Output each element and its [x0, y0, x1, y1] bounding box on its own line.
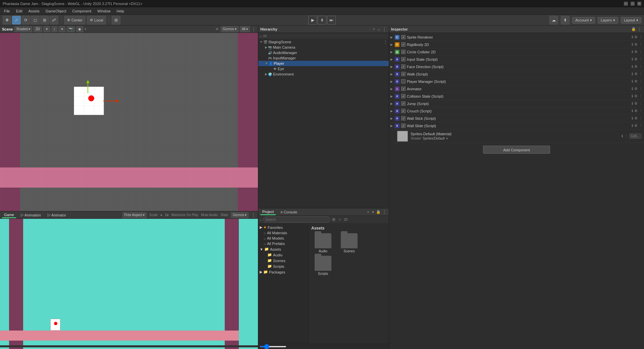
folder-audio[interactable]: Audio [311, 233, 335, 253]
sprite-renderer-settings-btn[interactable]: ⚙ [634, 35, 638, 39]
crouch-checkbox[interactable] [401, 109, 406, 113]
face-direction-info-btn[interactable]: ℹ [632, 64, 633, 69]
game-gizmos-btn[interactable]: Gizmos ▾ [231, 212, 249, 218]
face-direction-checkbox[interactable] [401, 64, 406, 69]
player-manager-settings-btn[interactable]: ⚙ [634, 79, 638, 84]
sprite-renderer-info-btn[interactable]: ℹ [632, 35, 633, 39]
wall-stick-settings-btn[interactable]: ⚙ [634, 116, 638, 120]
step-button[interactable]: ⏭ [327, 16, 336, 24]
wall-stick-info-btn[interactable]: ℹ [632, 116, 633, 120]
jump-checkbox[interactable] [401, 101, 406, 106]
hierarchy-main-camera[interactable]: ▶ 📷 Main Camera [258, 45, 389, 50]
comp-circle-collider2d[interactable]: ▶ ◎ Circle Collider 2D ℹ ⚙ ⋮ [389, 48, 644, 56]
shaded-dropdown[interactable]: Shaded ▾ [14, 26, 32, 32]
rect-tool[interactable]: ⊞ [40, 16, 49, 24]
asset-size-slider[interactable] [260, 346, 286, 347]
menu-assets[interactable]: Assets [26, 8, 42, 14]
maximize-play-btn[interactable]: Maximize On Play [171, 213, 199, 217]
hierarchy-environment[interactable]: ▶ 🌍 Environment [258, 71, 389, 77]
comp-rigidbody2d[interactable]: ▶ R Rigidbody 2D ℹ ⚙ ⋮ [389, 41, 644, 48]
hierarchy-eye[interactable]: ▶ 👁 Eye [258, 66, 389, 71]
animator-tab[interactable]: ▷ Animator [46, 212, 68, 218]
fx-btn[interactable]: ✦ [59, 26, 65, 32]
comp-player-manager[interactable]: ▶ # Player Manager (Script) ℹ ⚙ ⋮ [389, 78, 644, 85]
menu-component[interactable]: Component [69, 8, 94, 14]
project-packages-tree[interactable]: ▶ 📁 Packages [258, 269, 308, 275]
project-all-materials[interactable]: ⌕ All Materials [258, 230, 308, 236]
menu-help[interactable]: Help [114, 8, 127, 14]
comp-animator[interactable]: ▶ A Animator ℹ ⚙ ⋮ [389, 85, 644, 93]
wall-slide-settings-btn[interactable]: ⚙ [634, 123, 638, 128]
wall-slide-checkbox[interactable] [401, 123, 406, 128]
project-lock-btn[interactable]: 🔒 [376, 210, 381, 214]
hierarchy-player[interactable]: ▼ 👤 Player [258, 61, 389, 66]
project-add-btn[interactable]: + [366, 210, 370, 214]
scale-tool[interactable]: ◻ [31, 16, 40, 24]
transform-tool[interactable]: ☍ [50, 16, 58, 24]
menu-edit[interactable]: Edit [13, 8, 25, 14]
comp-collision-state[interactable]: ▶ # Collision State (Script) ℹ ⚙ ⋮ [389, 93, 644, 100]
layers-button[interactable]: Layers ▾ [598, 17, 618, 23]
audio-btn[interactable]: ♪ [52, 26, 57, 32]
jump-more-btn[interactable]: ⋮ [639, 101, 643, 106]
jump-settings-btn[interactable]: ⚙ [634, 101, 638, 106]
hand-tool[interactable]: ✥ [3, 16, 11, 24]
wall-slide-info-btn[interactable]: ℹ [632, 123, 633, 128]
comp-face-direction[interactable]: ▶ # Face Direction (Script) ℹ ⚙ ⋮ [389, 63, 644, 70]
player-manager-info-btn[interactable]: ℹ [632, 79, 633, 84]
minimize-button[interactable]: — [624, 2, 628, 6]
stats-btn[interactable]: Stats [220, 213, 228, 217]
circle-collider-settings-btn[interactable]: ⚙ [634, 50, 638, 54]
scene-vis-btn[interactable]: ◉ [76, 26, 83, 32]
project-audio-tree[interactable]: ▶ 📁 Audio [258, 252, 308, 258]
walk-settings-btn[interactable]: ⚙ [634, 72, 638, 76]
face-direction-settings-btn[interactable]: ⚙ [634, 64, 638, 69]
wall-slide-more-btn[interactable]: ⋮ [639, 123, 643, 128]
space-button[interactable]: ⊛ Local [87, 16, 106, 24]
hierarchy-audio-manager[interactable]: ▶ 🔊 AudioManager [258, 50, 389, 55]
comp-crouch[interactable]: ▶ # Crouch (Script) ℹ ⚙ ⋮ [389, 107, 644, 115]
material-info-btn[interactable]: ℹ [622, 134, 623, 138]
lighting-btn[interactable]: ☀ [43, 26, 50, 32]
scene-canvas[interactable] [0, 33, 258, 211]
project-all-prefabs[interactable]: ⌕ All Prefabs [258, 241, 308, 246]
collision-state-checkbox[interactable] [401, 94, 406, 98]
crouch-more-btn[interactable]: ⋮ [639, 109, 643, 113]
project-favorites[interactable]: ▶ ★ Favorites [258, 225, 308, 230]
sprite-renderer-checkbox[interactable] [401, 35, 406, 39]
comp-sprite-renderer[interactable]: ▶ C Sprite Renderer ℹ ⚙ ⋮ [389, 34, 644, 41]
animator-info-btn[interactable]: ℹ [632, 87, 633, 91]
material-edit-btn[interactable]: Edit... [629, 134, 641, 139]
animator-checkbox[interactable] [401, 87, 406, 91]
project-search-input[interactable] [263, 216, 330, 222]
circle-collider-more-btn[interactable]: ⋮ [639, 50, 643, 54]
game-tab[interactable]: Game [2, 212, 16, 218]
folder-scenes[interactable]: Scenes [337, 233, 361, 253]
collision-state-info-btn[interactable]: ℹ [632, 94, 633, 98]
project-menu-btn[interactable]: ⋮ [382, 210, 387, 214]
circle-collider-info-btn[interactable]: ℹ [632, 50, 633, 54]
collision-state-more-btn[interactable]: ⋮ [639, 94, 643, 98]
extra-btn[interactable]: ⊞ [112, 16, 120, 24]
project-scripts-tree[interactable]: ▶ 📁 Scripts [258, 263, 308, 269]
mute-audio-btn[interactable]: Mute Audio [201, 213, 218, 217]
comp-input-state[interactable]: ▶ # Input State (Script) ℹ ⚙ ⋮ [389, 56, 644, 63]
game-menu-btn[interactable]: ⋮ [251, 213, 256, 217]
console-tab[interactable]: ≡ Console [278, 209, 299, 215]
2d-button[interactable]: 2D [34, 26, 42, 32]
hierarchy-add-btn[interactable]: + [372, 27, 376, 32]
hierarchy-menu-btn[interactable]: ⋮ [382, 27, 387, 32]
crouch-info-btn[interactable]: ℹ [632, 109, 633, 113]
animator-settings-btn[interactable]: ⚙ [634, 87, 638, 91]
cloud-icon[interactable]: ⬆ [561, 16, 570, 24]
aspect-dropdown[interactable]: Free Aspect ▾ [122, 212, 147, 218]
scene-menu-btn[interactable]: ⋮ [251, 27, 256, 32]
project-scenes-tree[interactable]: ▶ 📁 Scenes [258, 258, 308, 263]
account-button[interactable]: Account ▾ [572, 17, 595, 23]
material-more-btn[interactable]: ⋮ [624, 134, 628, 138]
close-button[interactable]: ✕ [637, 2, 641, 6]
animation-tab[interactable]: ▷ Animation [19, 212, 43, 218]
inspector-lock-btn[interactable]: 🔒 [631, 27, 636, 31]
menu-file[interactable]: File [1, 8, 13, 14]
hierarchy-input-manager[interactable]: ▶ 🎮 InputManager [258, 55, 389, 61]
